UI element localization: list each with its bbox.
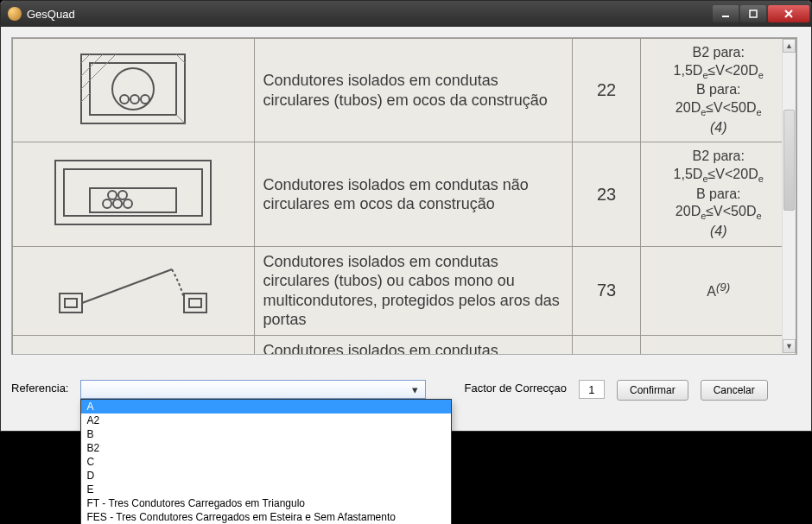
svg-rect-27	[189, 299, 201, 307]
diagram-cell	[13, 39, 255, 142]
minimize-icon	[721, 9, 730, 18]
number-cell: 74	[572, 335, 641, 355]
referencia-label: Referencia:	[11, 380, 68, 395]
app-window: GesQuad	[0, 0, 812, 432]
dropdown-item[interactable]: B	[81, 427, 451, 441]
app-icon	[8, 7, 22, 21]
close-button[interactable]	[768, 5, 809, 22]
svg-point-9	[141, 95, 149, 104]
dropdown-item[interactable]: FES - Tres Condutores Carregados em Este…	[81, 510, 451, 524]
dropdown-item[interactable]: B2	[81, 441, 451, 455]
svg-rect-1	[750, 10, 757, 17]
dropdown-item[interactable]: C	[81, 455, 451, 469]
svg-line-11	[81, 54, 103, 76]
diagram-door-frame-open-icon	[42, 259, 224, 319]
diagram-door-frame-closed-icon	[42, 346, 224, 355]
diagram-cell	[13, 246, 255, 335]
svg-rect-25	[65, 299, 77, 307]
dropdown-item[interactable]: FT - Tres Condutores Carregados em Trian…	[81, 496, 451, 510]
diagram-cell	[13, 142, 255, 246]
reference-cell: B2 para:1,5De≤V<20DeB para:20De≤V<50De(4…	[641, 142, 796, 246]
description-cell: Condutores isolados em condutas circular…	[254, 335, 572, 355]
maximize-icon	[749, 9, 758, 18]
svg-line-13	[81, 93, 90, 102]
dropdown-item[interactable]: E	[81, 483, 451, 496]
referencia-combo[interactable]: ▾ AA2BB2CDEFT - Tres Condutores Carregad…	[80, 380, 426, 399]
description-cell: Condutores isolados em condutas circular…	[254, 39, 572, 142]
scroll-track[interactable]	[783, 53, 796, 339]
maximize-button[interactable]	[740, 5, 766, 22]
svg-line-14	[176, 54, 185, 63]
client-area: Condutores isolados em condutas circular…	[1, 27, 811, 431]
reference-cell: A(9)	[641, 335, 796, 355]
svg-rect-4	[81, 54, 185, 123]
table-row: Condutores isolados em condutas circular…	[13, 335, 796, 355]
svg-point-19	[103, 199, 111, 208]
reference-table-panel: Condutores isolados em condutas circular…	[11, 37, 797, 355]
diagram-tube-in-cavity-icon	[55, 46, 211, 132]
factor-label: Factor de Correcçao	[464, 380, 567, 395]
table-row: Condutores isolados em condutas não circ…	[13, 142, 796, 246]
factor-value: 1	[579, 380, 605, 399]
svg-point-8	[130, 95, 139, 104]
scroll-up-button[interactable]: ▲	[783, 39, 796, 53]
number-cell: 23	[572, 142, 641, 246]
dropdown-item[interactable]: A2	[81, 414, 451, 427]
close-icon	[783, 9, 794, 19]
svg-point-22	[108, 191, 117, 199]
controls-row: Referencia: ▾ AA2BB2CDEFT - Tres Conduto…	[11, 371, 801, 419]
svg-point-7	[120, 95, 129, 104]
svg-rect-18	[90, 188, 176, 212]
svg-rect-16	[55, 161, 211, 224]
svg-point-23	[118, 191, 127, 199]
number-cell: 22	[572, 39, 641, 142]
window-buttons	[713, 5, 809, 22]
reference-table: Condutores isolados em condutas circular…	[12, 38, 796, 355]
referencia-dropdown[interactable]: AA2BB2CDEFT - Tres Condutores Carregados…	[80, 399, 452, 524]
svg-line-15	[176, 115, 185, 123]
vertical-scrollbar[interactable]: ▲ ▼	[782, 39, 796, 353]
svg-rect-17	[64, 169, 202, 216]
svg-rect-26	[184, 294, 206, 313]
confirmar-button[interactable]: Confirmar	[617, 380, 688, 401]
svg-line-10	[81, 54, 90, 63]
svg-point-21	[124, 199, 132, 208]
number-cell: 73	[572, 246, 641, 335]
description-cell: Condutores isolados em condutas não circ…	[254, 142, 572, 246]
svg-rect-5	[90, 63, 176, 115]
scroll-thumb[interactable]	[783, 110, 795, 210]
svg-point-20	[113, 199, 122, 208]
diagram-rect-duct-in-cavity-icon	[42, 154, 224, 231]
reference-cell: A(9)	[641, 246, 796, 335]
description-cell: Condutores isolados em condutas circular…	[254, 246, 572, 335]
referencia-combo-box[interactable]: ▾	[80, 380, 426, 399]
titlebar[interactable]: GesQuad	[1, 1, 811, 27]
cancelar-button[interactable]: Cancelar	[701, 380, 768, 401]
chevron-down-icon: ▾	[408, 382, 422, 396]
dropdown-item[interactable]: D	[81, 469, 451, 483]
minimize-button[interactable]	[713, 5, 739, 22]
table-row: Condutores isolados em condutas circular…	[13, 246, 796, 335]
dropdown-item[interactable]: A	[81, 400, 451, 414]
svg-line-12	[81, 54, 116, 89]
table-row: Condutores isolados em condutas circular…	[13, 39, 796, 142]
scroll-down-button[interactable]: ▼	[783, 339, 796, 353]
window-title: GesQuad	[27, 8, 713, 21]
svg-line-28	[82, 269, 172, 303]
diagram-cell	[13, 335, 255, 355]
svg-rect-24	[60, 294, 82, 313]
reference-cell: B2 para:1,5De≤V<20DeB para:20De≤V<50De(4…	[641, 39, 796, 142]
